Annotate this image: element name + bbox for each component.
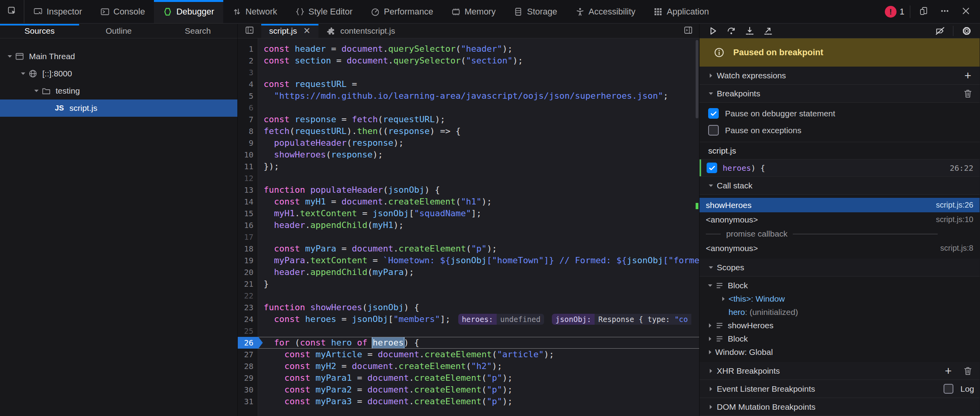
- toolbox-tab-network[interactable]: Network: [223, 0, 286, 23]
- sidebar-tab-outline[interactable]: Outline: [79, 24, 158, 38]
- line-number[interactable]: 30: [238, 384, 258, 396]
- checkbox-checked[interactable]: [707, 163, 717, 173]
- twisty-right-icon[interactable]: [705, 349, 715, 355]
- code-line-content[interactable]: const myH2 = document.createElement("h2"…: [258, 360, 699, 372]
- code-line-content[interactable]: });: [258, 161, 699, 172]
- line-number[interactable]: 26: [238, 337, 258, 349]
- source-tree-item-main-thread[interactable]: Main Thread: [0, 48, 237, 65]
- call-stack-header[interactable]: Call stack: [700, 177, 980, 195]
- breakpoint-option-0[interactable]: Pause on debugger statement: [700, 105, 980, 122]
- checkbox-checked[interactable]: [708, 108, 719, 119]
- code-line-content[interactable]: function populateHeader(jsonObj) {: [258, 184, 699, 196]
- toolbox-tab-console[interactable]: Console: [91, 0, 154, 23]
- code-line-content[interactable]: const myH1 = document.createElement("h1"…: [258, 196, 699, 208]
- line-number[interactable]: 13: [238, 184, 258, 196]
- resume-button[interactable]: [703, 24, 722, 38]
- code-line-content[interactable]: header.appendChild(myH1);: [258, 219, 699, 231]
- line-number[interactable]: 14: [238, 196, 258, 208]
- line-number[interactable]: 24: [238, 313, 258, 325]
- sidebar-tab-sources[interactable]: Sources: [0, 24, 79, 38]
- add-xhr-breakpoint-button[interactable]: +: [942, 365, 955, 377]
- code-line-content[interactable]: function showHeroes(jsonObj) {: [258, 302, 699, 313]
- code-view[interactable]: 1const header = document.querySelector("…: [238, 38, 699, 416]
- add-watch-expression-button[interactable]: +: [962, 69, 974, 82]
- twisty-down-icon[interactable]: [705, 282, 715, 289]
- element-picker-button[interactable]: [0, 0, 24, 23]
- twisty-down-icon[interactable]: [705, 90, 717, 97]
- error-count-badge[interactable]: ! 1: [885, 6, 904, 18]
- twisty-right-icon[interactable]: [705, 336, 715, 342]
- twisty-down-icon[interactable]: [705, 183, 717, 189]
- remove-xhr-breakpoints-button[interactable]: [962, 365, 974, 377]
- twisty-right-icon[interactable]: [718, 296, 729, 302]
- breakpoint-option-1[interactable]: Pause on exceptions: [700, 122, 980, 139]
- line-number[interactable]: 15: [238, 208, 258, 219]
- code-line-content[interactable]: const header = document.querySelector("h…: [258, 43, 699, 55]
- toolbox-tab-memory[interactable]: Memory: [442, 0, 504, 23]
- line-number[interactable]: 16: [238, 219, 258, 231]
- line-number[interactable]: 21: [238, 278, 258, 290]
- responsive-design-mode-button[interactable]: [916, 4, 931, 20]
- sources-panel-toggle-button[interactable]: [238, 24, 261, 38]
- twisty-down-icon[interactable]: [705, 264, 717, 271]
- line-number[interactable]: 28: [238, 360, 258, 372]
- twisty-right-icon[interactable]: [705, 72, 717, 79]
- line-number[interactable]: 12: [238, 172, 258, 184]
- log-checkbox-unchecked[interactable]: [944, 384, 953, 394]
- line-number[interactable]: 17: [238, 231, 258, 243]
- line-number[interactable]: 11: [238, 161, 258, 172]
- code-line-content[interactable]: [258, 102, 699, 114]
- toolbox-tab-storage[interactable]: Storage: [504, 0, 566, 23]
- meatball-menu-button[interactable]: [937, 4, 953, 20]
- dom-mutation-breakpoints-header[interactable]: DOM Mutation Breakpoints: [700, 398, 980, 416]
- code-line-content[interactable]: for (const hero of heroes) {: [258, 337, 699, 349]
- twisty-down-icon[interactable]: [5, 53, 15, 60]
- scope-row-3[interactable]: showHeroes: [703, 319, 980, 332]
- editor-tab-script-js[interactable]: script.js✕: [261, 24, 318, 38]
- code-line-content[interactable]: [258, 290, 699, 302]
- toolbox-tab-debugger[interactable]: Debugger: [154, 0, 223, 23]
- xhr-breakpoints-header[interactable]: XHR Breakpoints+: [700, 362, 980, 380]
- code-line-content[interactable]: const section = document.querySelector("…: [258, 55, 699, 67]
- scope-row-5[interactable]: Window: Global: [703, 345, 980, 359]
- debugger-settings-button[interactable]: [957, 24, 976, 38]
- toolbox-tab-inspector[interactable]: Inspector: [24, 0, 91, 23]
- editor-scrollbar[interactable]: [695, 38, 699, 416]
- source-tree-item--8000[interactable]: [::]:8000: [0, 65, 237, 82]
- step-out-button[interactable]: [759, 24, 777, 38]
- twisty-right-icon[interactable]: [705, 322, 715, 329]
- line-number[interactable]: 10: [238, 149, 258, 161]
- code-line-content[interactable]: const requestURL =: [258, 78, 699, 90]
- code-line-content[interactable]: [258, 67, 699, 78]
- sidebar-tab-search[interactable]: Search: [158, 24, 237, 38]
- scope-row-4[interactable]: Block: [703, 332, 980, 345]
- scope-row-0[interactable]: Block: [703, 279, 980, 292]
- inline-preview-pill[interactable]: heroes:undefined: [458, 314, 544, 325]
- scope-row-1[interactable]: <this>: Window: [703, 292, 980, 306]
- call-stack-frame-3[interactable]: <anonymous>script.js:8: [700, 241, 980, 255]
- editor-tab-contentscript-js[interactable]: contentscript.js: [318, 24, 403, 38]
- code-line-content[interactable]: [258, 325, 699, 337]
- line-number[interactable]: 23: [238, 302, 258, 313]
- code-line-content[interactable]: "https://mdn.github.io/learning-area/jav…: [258, 90, 699, 102]
- code-line-content[interactable]: const myPara2 = document.createElement("…: [258, 384, 699, 396]
- line-number[interactable]: 19: [238, 255, 258, 266]
- twisty-right-icon[interactable]: [705, 386, 717, 392]
- breakpoint-source-file[interactable]: script.js: [700, 142, 980, 159]
- line-number[interactable]: 27: [238, 349, 258, 360]
- line-number[interactable]: 9: [238, 137, 258, 149]
- code-line-content[interactable]: myPara.textContent = `Hometown: ${jsonOb…: [258, 255, 699, 266]
- line-number[interactable]: 20: [238, 266, 258, 278]
- line-number[interactable]: 2: [238, 55, 258, 67]
- toolbox-tab-accessibility[interactable]: Accessibility: [566, 0, 645, 23]
- code-line-content[interactable]: fetch(requestURL).then((response) => {: [258, 125, 699, 137]
- close-devtools-button[interactable]: [958, 4, 974, 20]
- line-number[interactable]: 29: [238, 372, 258, 384]
- source-tree-item-testing[interactable]: testing: [0, 82, 237, 99]
- twisty-right-icon[interactable]: [705, 368, 717, 374]
- scope-row-2[interactable]: hero: (uninitialized): [703, 306, 980, 319]
- twisty-down-icon[interactable]: [18, 71, 28, 77]
- code-line-content[interactable]: header.appendChild(myPara);: [258, 266, 699, 278]
- toolbox-tab-performance[interactable]: Performance: [362, 0, 442, 23]
- call-stack-frame-0[interactable]: showHeroesscript.js:26: [700, 198, 980, 212]
